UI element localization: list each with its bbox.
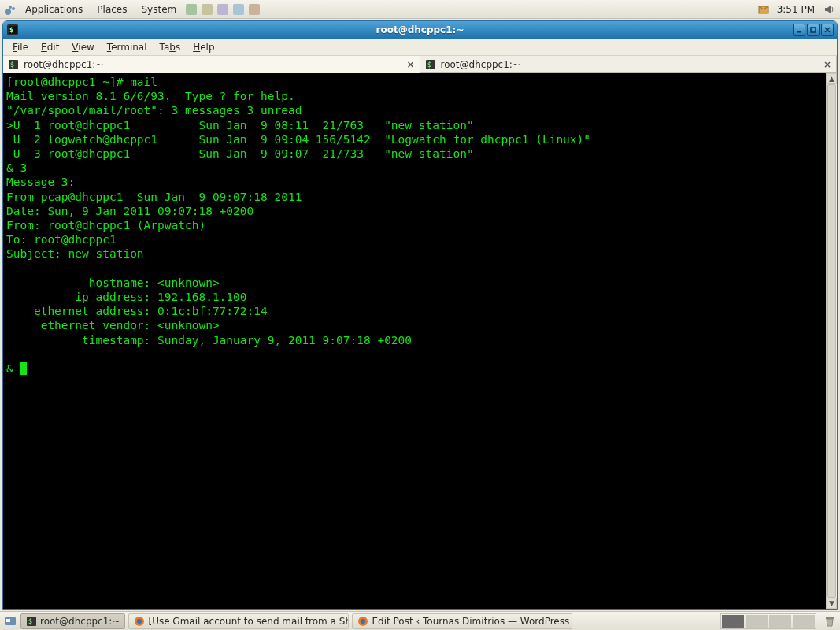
svg-text:$: $: [9, 27, 14, 34]
menu-terminal[interactable]: Terminal: [101, 40, 154, 54]
svg-rect-7: [797, 32, 801, 33]
svg-rect-14: [6, 619, 10, 622]
task-label: [Use Gmail account to send mail from a S…: [148, 616, 349, 627]
scroll-thumb[interactable]: [827, 84, 836, 598]
terminal-icon: $: [6, 24, 19, 36]
scrollbar: ▲ ▼: [826, 73, 837, 609]
svg-rect-21: [826, 617, 834, 619]
svg-rect-8: [811, 28, 816, 32]
launcher-icon-2[interactable]: [201, 3, 213, 16]
terminal-output[interactable]: [root@dhcppc1 ~]# mail Mail version 8.1 …: [3, 73, 826, 609]
taskbar-item-firefox-2[interactable]: Edit Post ‹ Tournas Dimitrios — WordPres…: [352, 613, 572, 629]
menu-edit[interactable]: Edit: [35, 40, 65, 54]
gnome-top-panel: Applications Places System 3:51 PM: [0, 0, 840, 19]
workspace-4[interactable]: [793, 615, 815, 628]
menu-applications[interactable]: Applications: [19, 2, 89, 17]
menu-system[interactable]: System: [135, 2, 183, 17]
launcher-icon-5[interactable]: [248, 3, 261, 16]
terminal-icon: $: [26, 616, 37, 627]
svg-point-2: [12, 7, 15, 10]
close-button[interactable]: [821, 24, 834, 36]
terminal-window: $ root@dhcppc1:~ File Edit View Terminal…: [2, 20, 838, 610]
svg-text:$: $: [28, 618, 32, 625]
menu-view[interactable]: View: [65, 40, 100, 54]
menu-file[interactable]: File: [6, 40, 35, 54]
package-updates-icon[interactable]: [757, 3, 770, 16]
workspace-2[interactable]: [746, 615, 768, 628]
maximize-button[interactable]: [807, 24, 820, 36]
minimize-button[interactable]: [793, 24, 805, 36]
svg-text:$: $: [427, 61, 431, 69]
launcher-icon-1[interactable]: [185, 3, 198, 16]
tab-1[interactable]: $ root@dhcppc1:~ ×: [3, 56, 420, 73]
firefox-icon: [134, 616, 145, 627]
clock[interactable]: 3:51 PM: [777, 4, 816, 15]
scroll-down-button[interactable]: ▼: [827, 598, 837, 609]
terminal-icon: $: [8, 59, 19, 70]
taskbar-item-firefox-1[interactable]: [Use Gmail account to send mail from a S…: [128, 613, 349, 629]
menu-tabs[interactable]: Tabs: [154, 40, 187, 54]
task-label: Edit Post ‹ Tournas Dimitrios — WordPres…: [372, 616, 572, 627]
window-menubar: File Edit View Terminal Tabs Help: [3, 39, 837, 56]
trash-icon[interactable]: [823, 614, 837, 628]
taskbar-item-terminal[interactable]: $ root@dhcppc1:~: [20, 613, 125, 629]
svg-point-1: [9, 6, 12, 9]
tab-close-icon[interactable]: ×: [406, 59, 414, 70]
workspace-switcher: [720, 613, 816, 629]
terminal-cursor: [20, 362, 27, 375]
tab-2[interactable]: $ root@dhcppc1:~ ×: [420, 56, 838, 72]
task-label: root@dhcppc1:~: [40, 616, 120, 627]
menu-help[interactable]: Help: [187, 40, 220, 54]
foot-icon[interactable]: [4, 3, 17, 16]
svg-point-18: [137, 619, 142, 624]
gnome-bottom-panel: $ root@dhcppc1:~ [Use Gmail account to s…: [0, 611, 840, 630]
window-title: root@dhcppc1:~: [3, 24, 837, 35]
svg-point-0: [5, 9, 11, 15]
tab-label: root@dhcppc1:~: [24, 59, 103, 70]
launcher-icon-4[interactable]: [232, 3, 245, 16]
launcher-icon-3[interactable]: [216, 3, 229, 16]
tab-label: root@dhcppc1:~: [441, 59, 520, 70]
scroll-up-button[interactable]: ▲: [827, 73, 837, 84]
show-desktop-button[interactable]: [4, 615, 17, 628]
window-titlebar[interactable]: $ root@dhcppc1:~: [3, 21, 837, 39]
terminal-icon: $: [425, 59, 436, 70]
scroll-track[interactable]: [827, 84, 837, 598]
menu-places[interactable]: Places: [91, 2, 133, 17]
svg-text:$: $: [10, 61, 14, 69]
tab-strip: $ root@dhcppc1:~ × $ root@dhcppc1:~ ×: [3, 56, 837, 73]
volume-icon[interactable]: [823, 3, 836, 16]
workspace-3[interactable]: [769, 615, 791, 628]
firefox-icon: [357, 616, 368, 627]
svg-point-20: [361, 619, 365, 624]
workspace-1[interactable]: [722, 615, 744, 628]
tab-close-icon[interactable]: ×: [823, 59, 831, 70]
